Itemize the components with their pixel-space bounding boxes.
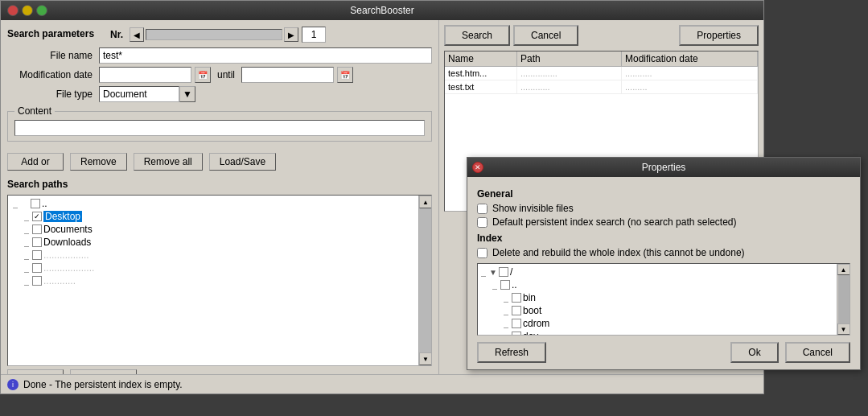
item-label: / <box>510 266 512 278</box>
status-text: Done - The persistent index is empty. <box>23 379 183 390</box>
index-tree-item[interactable]: ⎯ cdrom <box>481 317 846 330</box>
scroll-thumb <box>419 208 431 352</box>
tree-item[interactable]: ⎯ ................. <box>10 249 430 262</box>
top-buttons-row: Search Cancel Properties <box>444 25 759 46</box>
paths-tree: ⎯ .. ⎯ ✓ Desktop ⎯ <box>8 196 431 289</box>
add-or-button[interactable]: Add or <box>7 153 64 171</box>
left-panel: Search parameters Nr. ◀ ▶ File name <box>1 20 439 393</box>
tree-item[interactable]: ⎯ Downloads <box>10 236 430 249</box>
paths-tree-container: ⎯ .. ⎯ ✓ Desktop ⎯ <box>7 195 432 366</box>
checkbox-icon[interactable] <box>32 263 42 273</box>
tree-item[interactable]: ⎯ ✓ Desktop <box>10 210 430 223</box>
filetype-select-container: ▼ <box>99 86 195 102</box>
remove-button[interactable]: Remove <box>70 153 127 171</box>
default-persistent-checkbox[interactable] <box>477 217 487 228</box>
table-body: test.htm... ............... ........... … <box>445 67 758 94</box>
item-label: boot <box>523 305 541 316</box>
table-row[interactable]: test.txt ............ ......... <box>445 80 758 94</box>
properties-button[interactable]: Properties <box>679 25 759 46</box>
search-paths-title: Search paths <box>7 179 432 190</box>
col-name: Name <box>445 51 517 66</box>
params-buttons-row: Add or Remove Remove all Load/Save <box>7 153 432 171</box>
delete-rebuild-checkbox[interactable] <box>477 248 487 258</box>
scroll-up-button[interactable]: ▲ <box>837 264 850 275</box>
moddate-until-input[interactable] <box>241 67 334 83</box>
filetype-input[interactable] <box>99 86 179 102</box>
index-tree-scrollbar[interactable]: ▲ ▼ <box>837 264 849 335</box>
filetype-dropdown-button[interactable]: ▼ <box>179 86 195 102</box>
cell-path: ............ <box>517 80 622 93</box>
delete-rebuild-label: Delete and rebuild the whole index (this… <box>492 247 745 258</box>
minimize-button[interactable] <box>22 5 33 16</box>
nr-prev-button[interactable]: ◀ <box>130 27 144 42</box>
index-tree-item[interactable]: ⎯ boot <box>481 304 846 317</box>
moddate-row: Modification date 📅 until 📅 <box>7 67 432 83</box>
content-input[interactable] <box>14 120 425 136</box>
delete-rebuild-row: Delete and rebuild the whole index (this… <box>477 247 850 258</box>
load-save-button[interactable]: Load/Save <box>209 153 276 171</box>
remove-all-button[interactable]: Remove all <box>134 153 203 171</box>
index-tree-item[interactable]: ⎯ dev <box>481 330 846 336</box>
index-section-title: Index <box>477 233 850 244</box>
tree-scrollbar[interactable]: ▲ ▼ <box>418 196 431 365</box>
nr-next-button[interactable]: ▶ <box>284 27 298 42</box>
checkbox-icon[interactable] <box>31 199 40 208</box>
checkbox-icon[interactable] <box>512 332 521 336</box>
checkbox-icon[interactable] <box>500 280 510 290</box>
moddate-until-calendar-button[interactable]: 📅 <box>337 67 353 83</box>
dialog-refresh-button[interactable]: Refresh <box>477 342 546 363</box>
moddate-from-calendar-button[interactable]: 📅 <box>195 67 211 83</box>
filetype-row: File type ▼ <box>7 86 432 102</box>
status-icon: i <box>7 379 19 390</box>
cell-moddate: ......... <box>622 80 758 93</box>
checkbox-icon[interactable] <box>32 250 42 260</box>
nr-value-input[interactable] <box>302 27 326 43</box>
dialog-close-button[interactable]: ✕ <box>472 162 483 173</box>
dialog-bottom-buttons: Refresh Ok Cancel <box>477 342 850 363</box>
filetype-label: File type <box>7 89 96 100</box>
item-label: .. <box>42 198 47 209</box>
dialog-ok-cancel: Ok Cancel <box>730 342 850 363</box>
dialog-cancel-button[interactable]: Cancel <box>785 342 850 363</box>
nr-slider: ◀ ▶ <box>130 27 298 42</box>
tree-item[interactable]: ⎯ Documents <box>10 223 430 236</box>
content-fieldset: Content <box>7 105 432 142</box>
checkbox-icon[interactable] <box>499 267 508 277</box>
checkbox-icon[interactable] <box>512 319 521 328</box>
search-button[interactable]: Search <box>444 25 510 46</box>
tree-item[interactable]: ⎯ ............ <box>10 274 430 287</box>
search-paths-section: Search paths ⎯ .. ⎯ ✓ <box>7 179 432 387</box>
close-button[interactable] <box>7 5 19 16</box>
filename-label: File name <box>7 50 96 61</box>
show-invisible-row: Show invisible files <box>477 203 850 214</box>
checkbox-icon[interactable]: ✓ <box>32 212 42 221</box>
scroll-down-button[interactable]: ▼ <box>837 323 850 335</box>
moddate-from-input[interactable] <box>99 67 191 83</box>
index-tree-item[interactable]: ⎯ bin <box>481 291 846 304</box>
cell-name: test.txt <box>445 80 517 93</box>
dialog-ok-button[interactable]: Ok <box>730 342 778 363</box>
checkbox-icon[interactable] <box>512 306 521 315</box>
checkbox-icon[interactable] <box>32 276 42 286</box>
index-tree-item[interactable]: ⎯ ▼ / <box>481 266 846 278</box>
table-row[interactable]: test.htm... ............... ........... <box>445 67 758 80</box>
col-moddate: Modification date <box>622 51 758 66</box>
filename-input[interactable] <box>99 47 432 64</box>
checkbox-icon[interactable] <box>32 237 42 247</box>
show-invisible-checkbox[interactable] <box>477 204 487 214</box>
scroll-down-button[interactable]: ▼ <box>419 352 432 365</box>
item-label: .. <box>512 279 517 290</box>
item-label: bin <box>523 292 536 303</box>
tree-item[interactable]: ⎯ ................... <box>10 262 430 274</box>
maximize-button[interactable] <box>36 5 47 16</box>
index-tree: ⎯ ▼ / ⎯ .. ⎯ bin <box>477 263 850 336</box>
checkbox-icon[interactable] <box>512 293 521 303</box>
cancel-button[interactable]: Cancel <box>513 25 578 46</box>
tree-item[interactable]: ⎯ .. <box>10 197 430 210</box>
search-params-title: Search parameters <box>7 28 94 39</box>
search-params-section: Search parameters Nr. ◀ ▶ File name <box>7 27 432 145</box>
cell-moddate: ........... <box>622 67 758 80</box>
index-tree-item[interactable]: ⎯ .. <box>481 278 846 291</box>
scroll-up-button[interactable]: ▲ <box>419 196 432 208</box>
checkbox-icon[interactable] <box>32 224 42 234</box>
